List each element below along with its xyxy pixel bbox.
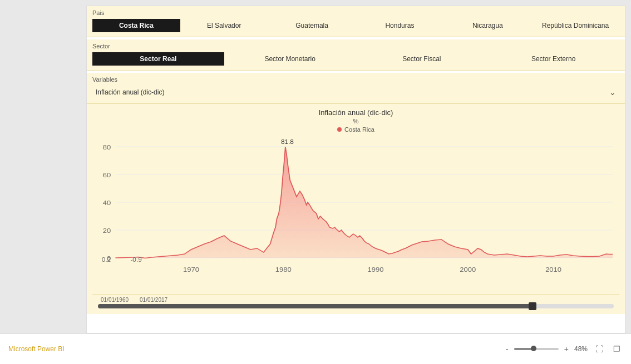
variables-label: Variables [92,76,619,83]
chart-title: Inflación anual (dic-dic) [92,108,619,117]
svg-text:1990: 1990 [368,266,384,273]
tab-sector-monetario[interactable]: Sector Monetario [224,52,356,66]
svg-text:2010: 2010 [545,266,561,273]
zoom-controls: - + 48% [503,343,588,355]
svg-text:60: 60 [103,172,111,179]
bottom-bar: Microsoft Power BI - + 48% ⛶ ❐ [0,333,631,364]
tab-el-salvador[interactable]: El Salvador [180,19,268,32]
time-slider[interactable] [98,304,614,308]
sector-section: Sector Sector Real Sector Monetario Sect… [87,39,625,71]
chart-section: Inflación anual (dic-dic) % Costa Rica 8… [87,104,625,314]
pais-tab-row: Costa Rica El Salvador Guatemala Hondura… [92,19,619,32]
svg-text:40: 40 [103,200,111,207]
chart-legend: Costa Rica [92,126,619,133]
zoom-slider-thumb[interactable] [531,346,536,351]
slider-start-label: 01/01/1960 [101,297,129,303]
svg-text:80: 80 [103,144,111,151]
sector-label: Sector [92,43,619,49]
pais-label: Pais [92,9,619,16]
time-slider-fill [98,304,536,308]
powerbi-link[interactable]: Microsoft Power BI [8,345,65,353]
variables-section: Variables Inflación anual (dic-dic) ⌄ [87,73,625,104]
zoom-slider[interactable] [514,348,559,350]
pais-section: Pais Costa Rica El Salvador Guatemala Ho… [87,6,625,37]
zoom-slider-fill [514,348,532,350]
svg-text:20: 20 [103,227,111,235]
expand-icon[interactable]: ❐ [611,343,623,355]
zoom-minus-button[interactable]: - [503,343,511,355]
chevron-down-icon: ⌄ [609,88,616,97]
zoom-percent: 48% [574,345,588,353]
main-panel: Pais Costa Rica El Salvador Guatemala Ho… [86,6,625,333]
svg-text:-0.9: -0.9 [130,257,141,263]
svg-text:1970: 1970 [183,266,199,273]
tab-nicaragua[interactable]: Nicaragua [443,19,531,32]
svg-text:0.2: 0.2 [102,257,111,263]
tab-costa-rica[interactable]: Costa Rica [92,19,180,32]
chart-svg: 80 60 40 20 0 1970 1980 1990 2000 2010 [92,133,619,294]
tab-sector-externo[interactable]: Sector Externo [487,52,619,66]
legend-label: Costa Rica [344,126,374,133]
svg-text:2000: 2000 [460,266,476,273]
chart-unit: % [92,118,619,124]
variables-selected: Inflación anual (dic-dic) [96,88,164,96]
tab-republica-dominicana[interactable]: República Dominicana [531,19,619,32]
chart-area: 80 60 40 20 0 1970 1980 1990 2000 2010 [92,133,619,294]
slider-end-label: 01/01/2017 [140,297,167,303]
time-slider-handle[interactable] [529,302,536,310]
tab-sector-fiscal[interactable]: Sector Fiscal [356,52,488,66]
legend-dot-icon [337,127,342,132]
tab-honduras[interactable]: Honduras [356,19,443,32]
tab-sector-real[interactable]: Sector Real [92,52,224,66]
sector-tab-row: Sector Real Sector Monetario Sector Fisc… [92,52,619,66]
bottom-right-controls: - + 48% ⛶ ❐ [503,343,623,355]
svg-text:81.8: 81.8 [281,139,294,145]
zoom-plus-button[interactable]: + [561,343,571,355]
tab-guatemala[interactable]: Guatemala [268,19,356,32]
slider-labels: 01/01/1960 01/01/2017 [98,297,614,303]
variables-dropdown[interactable]: Inflación anual (dic-dic) ⌄ [92,86,619,99]
time-slider-section: 01/01/1960 01/01/2017 [92,294,619,311]
fullscreen-icon[interactable]: ⛶ [593,343,605,355]
svg-text:1980: 1980 [275,266,292,273]
